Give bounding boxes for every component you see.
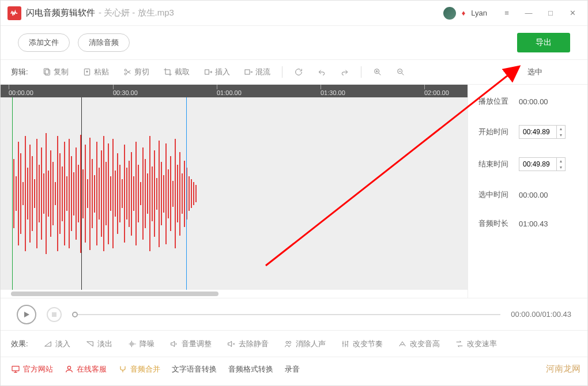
redo-button[interactable] — [334, 65, 355, 79]
pitch-icon — [398, 339, 407, 349]
monitor-icon — [11, 365, 20, 374]
step-down-icon[interactable]: ▼ — [557, 132, 565, 138]
effects-label: 效果: — [11, 339, 28, 349]
reload-button[interactable] — [288, 65, 309, 79]
zoom-in-icon — [373, 67, 382, 77]
stop-icon — [52, 312, 56, 317]
svg-point-10 — [288, 341, 291, 343]
end-time-input[interactable]: ▲▼ — [519, 157, 566, 171]
tempo-button[interactable]: 改变节奏 — [335, 336, 389, 351]
footer-bar: 官方网站 在线客服 音频合并 文字语音转换 音频格式转换 录音 河南龙网 — [1, 357, 587, 381]
avatar[interactable] — [443, 7, 456, 20]
tts-link[interactable]: 文字语音转换 — [172, 364, 217, 374]
reload-icon — [294, 67, 303, 77]
svg-rect-0 — [44, 69, 48, 74]
separator — [361, 66, 361, 78]
tempo-icon — [341, 339, 350, 349]
zoom-out-button[interactable] — [390, 65, 411, 79]
speed-button[interactable]: 改变速率 — [449, 336, 503, 351]
play-button[interactable] — [17, 305, 36, 324]
export-button[interactable]: 导出 — [517, 33, 570, 52]
play-icon — [23, 311, 30, 318]
clear-audio-button[interactable]: 清除音频 — [78, 33, 130, 52]
step-up-icon[interactable]: ▲ — [557, 126, 565, 132]
cut-button[interactable]: 剪切 — [117, 65, 155, 80]
waveform-canvas[interactable] — [1, 97, 468, 290]
fade-out-button[interactable]: 淡出 — [80, 336, 118, 351]
website-link[interactable]: 官方网站 — [11, 364, 53, 374]
fade-in-button[interactable]: 淡入 — [37, 336, 76, 351]
time-ruler[interactable]: 00:00.00 00:30.00 01:00.00 01:30.00 02:0… — [1, 85, 468, 97]
mix-icon — [244, 67, 253, 77]
scroll-thumb[interactable] — [11, 292, 218, 296]
pitch-button[interactable]: 改变音高 — [392, 336, 446, 351]
svg-rect-11 — [12, 366, 19, 370]
add-file-button[interactable]: 添加文件 — [18, 33, 70, 52]
ruler-tick: 02:00.00 — [424, 85, 449, 97]
denoise-button[interactable]: 降噪 — [122, 336, 160, 351]
paste-button[interactable]: 粘贴 — [77, 65, 115, 80]
crop-icon — [163, 67, 172, 77]
time-display: 00:00.00/01:00.43 — [511, 310, 571, 319]
file-name: - 关心妍 - 放生.mp3 — [99, 7, 174, 18]
progress-thumb[interactable] — [72, 312, 78, 317]
mix-button[interactable]: 混流 — [238, 65, 276, 80]
copy-button[interactable]: 复制 — [36, 65, 74, 80]
volume-icon — [169, 339, 179, 349]
mute-icon — [227, 339, 236, 349]
selected-time-row: 选中时间 00:00.00 — [478, 190, 577, 200]
svg-point-4 — [125, 69, 126, 71]
support-link[interactable]: 在线客服 — [65, 364, 107, 374]
maximize-button[interactable]: □ — [542, 5, 559, 21]
fade-out-icon — [85, 339, 95, 349]
volume-button[interactable]: 音量调整 — [164, 336, 217, 351]
copy-icon — [42, 67, 51, 77]
svg-rect-5 — [205, 70, 209, 74]
selection-end-marker[interactable] — [186, 97, 187, 290]
start-time-input[interactable]: ▲▼ — [519, 125, 566, 139]
record-link[interactable]: 录音 — [285, 364, 300, 374]
zoom-out-icon — [396, 67, 405, 77]
username[interactable]: Lyan — [471, 9, 487, 17]
top-toolbar: 添加文件 清除音频 导出 — [1, 26, 587, 59]
minimize-button[interactable]: — — [521, 5, 537, 21]
gem-icon: ♦ — [462, 9, 466, 17]
horizontal-scrollbar[interactable] — [1, 290, 468, 298]
app-title: 闪电音频剪辑软件 — [26, 7, 95, 18]
start-time-row: 开始时间 ▲▼ — [478, 125, 577, 139]
insert-icon — [203, 67, 213, 77]
undo-button[interactable] — [311, 65, 332, 79]
svg-point-12 — [67, 366, 70, 369]
remove-vocal-button[interactable]: 消除人声 — [278, 336, 331, 351]
merge-link[interactable]: 音频合并 — [118, 364, 160, 374]
playhead[interactable] — [81, 97, 82, 290]
trim-silence-button[interactable]: 去除静音 — [221, 336, 274, 351]
undo-icon — [317, 67, 326, 77]
step-down-icon[interactable]: ▼ — [557, 164, 565, 171]
selection-start-marker[interactable] — [12, 97, 13, 290]
progress-slider[interactable] — [72, 314, 500, 315]
main-area: 00:00.00 00:30.00 01:00.00 01:30.00 02:0… — [1, 85, 587, 298]
svg-rect-1 — [45, 70, 50, 75]
ruler-tick: 01:30.00 — [321, 85, 345, 97]
step-up-icon[interactable]: ▲ — [557, 158, 565, 164]
ruler-tick: 00:00.00 — [9, 85, 33, 97]
timeline-area: 00:00.00 00:30.00 01:00.00 01:30.00 02:0… — [1, 85, 468, 298]
speed-icon — [455, 339, 464, 349]
stop-button[interactable] — [47, 307, 62, 322]
title-right: ♦ Lyan ≡ — □ ✕ — [443, 5, 581, 21]
redo-icon — [340, 67, 349, 77]
waveform-bars — [13, 97, 197, 290]
svg-point-9 — [286, 341, 288, 343]
close-button[interactable]: ✕ — [564, 5, 581, 21]
effects-bar: 效果: 淡入 淡出 降噪 音量调整 去除静音 消除人声 改变节奏 改变音高 改变… — [1, 330, 587, 357]
format-link[interactable]: 音频格式转换 — [228, 364, 273, 374]
merge-icon — [118, 365, 127, 374]
crop-button[interactable]: 截取 — [157, 65, 195, 80]
playback-bar: 00:00.00/01:00.43 — [1, 298, 587, 330]
paste-icon — [82, 67, 92, 77]
svg-rect-6 — [245, 70, 250, 74]
zoom-in-button[interactable] — [367, 65, 388, 79]
insert-button[interactable]: 插入 — [198, 65, 236, 80]
menu-button[interactable]: ≡ — [499, 5, 515, 21]
